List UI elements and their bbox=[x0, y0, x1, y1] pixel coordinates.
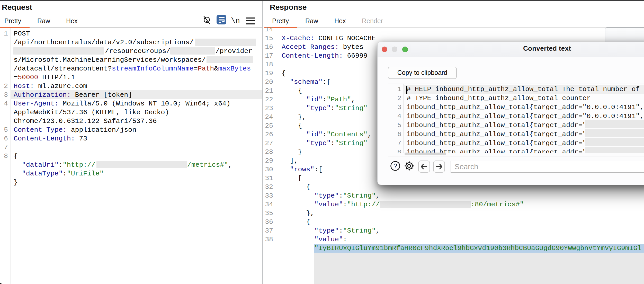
svg-text:?: ? bbox=[393, 162, 397, 170]
